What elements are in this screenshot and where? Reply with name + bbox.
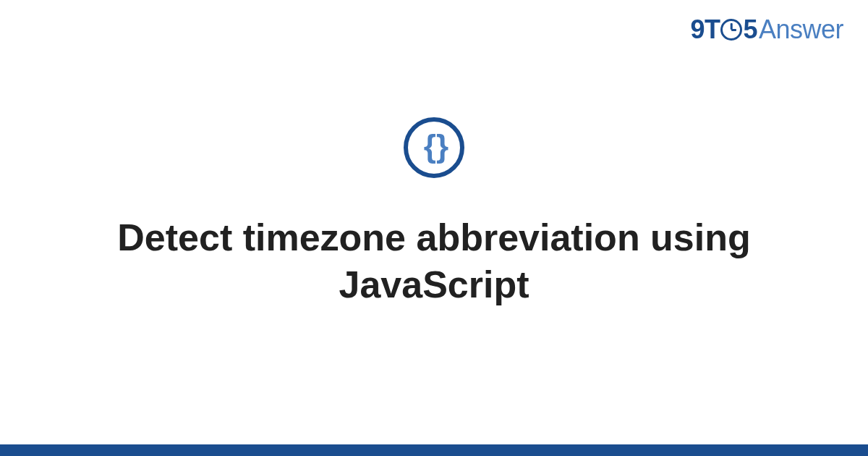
main-content: { } Detect timezone abbreviation using J… (0, 117, 868, 308)
category-icon-circle: { } (404, 117, 464, 178)
clock-icon (720, 19, 742, 41)
logo-text-answer: Answer (759, 14, 843, 45)
site-logo: 9T 5 Answer (690, 14, 843, 45)
code-braces-icon: { } (424, 128, 444, 164)
page-title: Detect timezone abbreviation using JavaS… (72, 214, 796, 308)
logo-text-5: 5 (743, 14, 757, 45)
logo-text-9t: 9T (690, 14, 720, 45)
footer-accent-bar (0, 444, 868, 456)
